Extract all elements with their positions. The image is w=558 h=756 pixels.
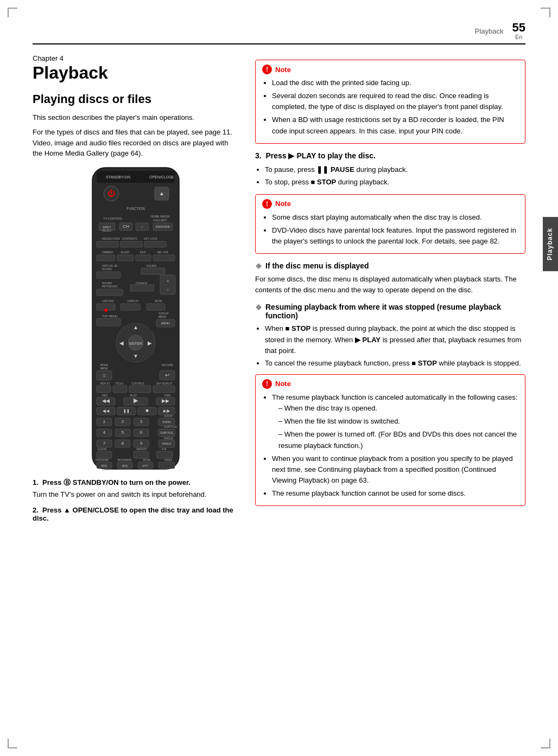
svg-rect-31 — [97, 255, 115, 261]
svg-text:TOP MENU: TOP MENU — [102, 315, 118, 318]
note-2-header: ! Note — [262, 199, 518, 209]
remote-control-image: STANDBY/ON OPEN/CLOSE ⏻ ▲ FUNCTION TV CO… — [76, 166, 195, 470]
note-1-item-3: When a BD with usage restrictions set by… — [272, 114, 518, 136]
svg-text:DIMMER: DIMMER — [102, 251, 113, 254]
svg-text:+: + — [142, 225, 143, 228]
svg-text:3: 3 — [140, 419, 143, 424]
svg-text:AUDIO: AUDIO — [164, 414, 173, 418]
svg-text:SLEEP: SLEEP — [121, 251, 130, 254]
svg-rect-43 — [97, 289, 123, 296]
resume-bullets: When ■ STOP is pressed during playback, … — [255, 323, 525, 369]
note-3-intro: The resume playback function is canceled… — [272, 392, 518, 451]
left-column: Chapter 4 Playback Playing discs or file… — [33, 54, 239, 529]
svg-text:FUNCTION: FUNCTION — [126, 207, 145, 210]
svg-text:⏻: ⏻ — [107, 189, 115, 197]
step-3: 3. Press ▶ PLAY to play the disc. To pau… — [255, 151, 525, 188]
svg-text:ANGLE: ANGLE — [162, 442, 172, 445]
note-2-item-1: Some discs start playing automatically w… — [272, 212, 518, 223]
intro-text-2: For the types of discs and files that ca… — [33, 127, 239, 159]
svg-text:SKP SEARCH: SKP SEARCH — [156, 382, 172, 385]
svg-text:ANGLE: ANGLE — [164, 437, 174, 440]
svg-text:CONTENTS: CONTENTS — [122, 237, 137, 240]
svg-text:FWD: FWD — [164, 394, 171, 397]
header-title: Playback — [475, 27, 504, 35]
note-1-item-1: Load the disc with the printed side faci… — [272, 78, 518, 88]
svg-text:CLEAR: CLEAR — [98, 447, 107, 451]
svg-text:MENU: MENU — [158, 315, 167, 318]
note-2-item-2: DVD-Video discs have parental lock featu… — [272, 225, 518, 247]
svg-text:INPUT: INPUT — [103, 226, 111, 229]
svg-rect-143 — [158, 462, 175, 469]
svg-text:GALLERY: GALLERY — [153, 219, 167, 222]
svg-text:A-B: A-B — [162, 447, 167, 451]
svg-text:KEY LOCK: KEY LOCK — [144, 237, 158, 240]
svg-text:▶: ▶ — [134, 397, 138, 403]
svg-rect-132 — [156, 451, 173, 458]
step-3-heading: 3. Press ▶ PLAY to play the disc. — [255, 151, 525, 160]
svg-text:SELECT: SELECT — [102, 229, 112, 232]
svg-text:8: 8 — [122, 441, 124, 446]
svg-text:REPEAT: REPEAT — [136, 447, 147, 451]
svg-text:▶|▶: ▶|▶ — [163, 409, 170, 413]
svg-text:▶▶: ▶▶ — [162, 398, 169, 403]
chapter-title: Playback — [33, 63, 239, 82]
svg-text:RETRIEVER: RETRIEVER — [102, 285, 118, 288]
intro-text-1: This section describes the player's main… — [33, 112, 239, 123]
note-3-icon: ! — [262, 379, 272, 389]
svg-text:SOUND: SOUND — [102, 267, 112, 271]
note-3-label: Note — [275, 380, 291, 388]
svg-text:◀: ◀ — [119, 340, 124, 346]
step-3-bullet-2: To stop, press ■ STOP during playback. — [265, 177, 525, 188]
svg-rect-130 — [97, 451, 112, 458]
svg-text:6: 6 — [140, 430, 143, 435]
note-2-list: Some discs start playing automatically w… — [262, 212, 518, 247]
corner-mark-br — [541, 739, 550, 748]
svg-text:MENU: MENU — [161, 322, 170, 325]
note-3-list: The resume playback function is canceled… — [262, 392, 518, 499]
step-2: 2. Press ▲ OPEN/CLOSE to open the disc t… — [33, 506, 239, 522]
note-3-header: ! Note — [262, 379, 518, 389]
svg-rect-33 — [136, 255, 151, 261]
svg-text:PROGRAM: PROGRAM — [96, 459, 109, 462]
note-box-3: ! Note The resume playback function is c… — [255, 374, 525, 506]
svg-text:RESOLUTION: RESOLUTION — [102, 237, 120, 240]
svg-text:5: 5 — [122, 430, 124, 435]
svg-text:7: 7 — [103, 441, 106, 446]
note-1-label: Note — [275, 66, 291, 74]
svg-text:2: 2 — [122, 419, 124, 424]
note-box-1: ! Note Load the disc with the printed si… — [255, 60, 525, 144]
diamond-icon-2: ❖ — [255, 303, 262, 312]
svg-rect-24 — [97, 241, 118, 247]
svg-rect-82 — [153, 386, 175, 393]
disc-menu-heading-text: If the disc menu is displayed — [265, 261, 369, 270]
svg-text:CH: CH — [123, 224, 129, 229]
svg-text:▲: ▲ — [133, 324, 138, 330]
svg-text:−: − — [167, 287, 169, 292]
svg-text:⌂: ⌂ — [103, 372, 106, 378]
svg-text:4: 4 — [103, 430, 106, 435]
svg-text:REPLAY: REPLAY — [100, 382, 110, 385]
diamond-icon-1: ❖ — [255, 262, 262, 271]
svg-text:MENU: MENU — [100, 367, 109, 370]
note-3-dash-3: When the power is turned off. (For BDs a… — [278, 429, 518, 451]
svg-text:CDS&CD: CDS&CD — [136, 281, 148, 285]
svg-text:HOME MEDIA: HOME MEDIA — [150, 215, 170, 218]
section-title: Playing discs or files — [33, 92, 239, 106]
svg-text:1: 1 — [103, 419, 106, 424]
note-3-extra-1: When you want to continue playback from … — [272, 453, 518, 486]
svg-text:BOOKMARK: BOOKMARK — [118, 459, 132, 462]
svg-text:MIC VOL: MIC VOL — [157, 251, 169, 254]
svg-text:TV CONTROL: TV CONTROL — [103, 217, 122, 220]
step-1-heading: 1. Press Ⓑ STANDBY/ON to turn on the pow… — [33, 478, 239, 488]
note-1-icon: ! — [262, 65, 272, 74]
svg-text:DISPLAY: DISPLAY — [128, 299, 139, 303]
svg-text:TOOLS: TOOLS — [115, 382, 123, 385]
svg-text:ENTER: ENTER — [129, 342, 142, 345]
remote-image-container: STANDBY/ON OPEN/CLOSE ⏻ ▲ FUNCTION TV CO… — [33, 166, 239, 470]
svg-text:USB RSC: USB RSC — [102, 299, 115, 303]
note-3-dash-2: When the file list window is switched. — [278, 416, 518, 427]
step-3-bullet-1: To pause, press ❚❚ PAUSE during playback… — [265, 164, 525, 175]
svg-text:SOUND: SOUND — [147, 264, 156, 267]
svg-text:EXIT: EXIT — [140, 251, 146, 254]
svg-rect-79 — [97, 386, 111, 393]
